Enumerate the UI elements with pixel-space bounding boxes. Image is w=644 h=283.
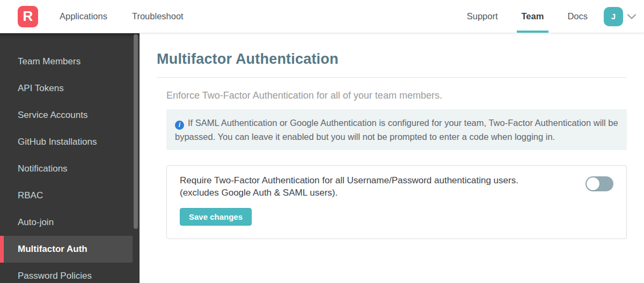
- intro-text: Enforce Two-Factor Authentication for al…: [166, 90, 627, 101]
- mfa-requirement-line1: Require Two-Factor Authentication for al…: [180, 175, 518, 185]
- rollbar-logo[interactable]: R: [18, 6, 38, 27]
- info-note-text: If SAML Authentication or Google Authent…: [175, 118, 618, 142]
- sidebar-item-github-installations[interactable]: GitHub Installations: [0, 129, 133, 155]
- body-row: Team Members API Tokens Service Accounts…: [0, 33, 644, 283]
- nav-docs[interactable]: Docs: [567, 0, 588, 33]
- sidebar: Team Members API Tokens Service Accounts…: [0, 33, 140, 283]
- sidebar-item-auto-join[interactable]: Auto-join: [0, 209, 133, 236]
- mfa-card: Require Two-Factor Authentication for al…: [166, 165, 627, 239]
- main-content: Multifactor Authentication Enforce Two-F…: [140, 33, 644, 283]
- info-icon: [175, 121, 184, 130]
- sidebar-item-rbac[interactable]: RBAC: [0, 182, 133, 209]
- sidebar-item-multifactor-auth[interactable]: Multifactor Auth: [0, 236, 133, 263]
- page-title: Multifactor Authentication: [157, 51, 627, 68]
- avatar[interactable]: J: [604, 7, 623, 26]
- user-menu[interactable]: J: [604, 7, 636, 26]
- chevron-down-icon[interactable]: [627, 13, 636, 20]
- mfa-section: Enforce Two-Factor Authentication for al…: [166, 90, 627, 239]
- mfa-card-row: Require Two-Factor Authentication for al…: [180, 174, 613, 199]
- sidebar-item-password-policies[interactable]: Password Policies: [0, 263, 133, 283]
- primary-nav: Applications Troubleshoot: [60, 0, 184, 33]
- sidebar-scrollbar[interactable]: [134, 34, 138, 229]
- mfa-requirement-text: Require Two-Factor Authentication for al…: [180, 174, 518, 199]
- nav-support[interactable]: Support: [467, 0, 498, 33]
- sidebar-item-team-members[interactable]: Team Members: [0, 48, 133, 75]
- nav-troubleshoot[interactable]: Troubleshoot: [132, 0, 184, 33]
- page: R Applications Troubleshoot Support Team…: [0, 0, 644, 283]
- divider: [157, 77, 627, 78]
- nav-applications[interactable]: Applications: [60, 0, 107, 33]
- nav-team[interactable]: Team: [522, 0, 544, 33]
- top-nav: R Applications Troubleshoot Support Team…: [0, 0, 644, 33]
- info-note: If SAML Authentication or Google Authent…: [166, 109, 627, 150]
- sidebar-item-notifications[interactable]: Notifications: [0, 155, 133, 182]
- logo-letter: R: [23, 8, 33, 25]
- save-changes-button[interactable]: Save changes: [180, 208, 252, 226]
- sidebar-item-api-tokens[interactable]: API Tokens: [0, 75, 133, 102]
- mfa-requirement-line2: (excludes Google Auth & SAML users).: [180, 188, 338, 198]
- toggle-knob: [587, 177, 599, 190]
- mfa-toggle[interactable]: [586, 176, 613, 191]
- sidebar-item-service-accounts[interactable]: Service Accounts: [0, 102, 133, 129]
- secondary-nav: Support Team Docs: [467, 0, 588, 33]
